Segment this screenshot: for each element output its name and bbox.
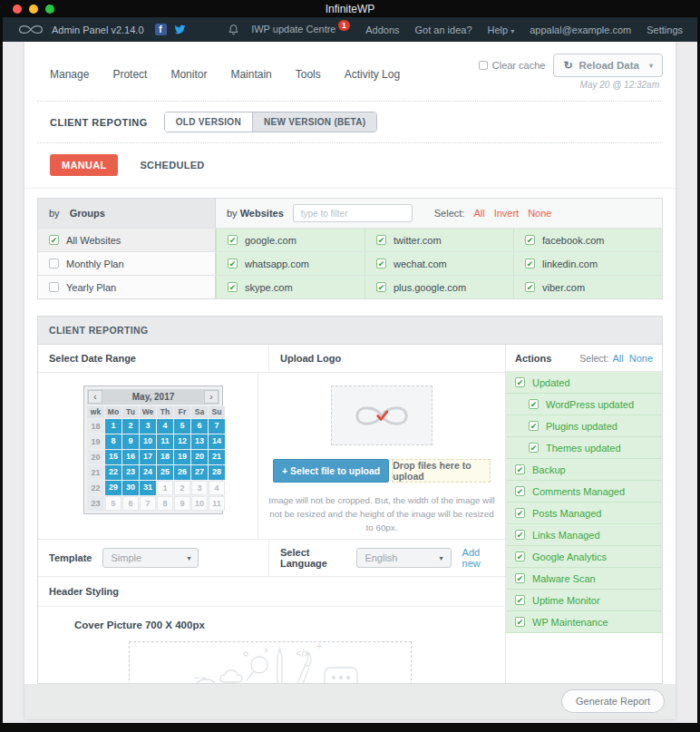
calendar-day[interactable]: 26 xyxy=(174,465,190,480)
site-cell-linkedin-com[interactable]: linkedin.com xyxy=(513,252,662,275)
calendar-day[interactable]: 4 xyxy=(157,419,173,434)
calendar-day[interactable]: 8 xyxy=(105,434,122,449)
action-checkbox[interactable] xyxy=(515,595,525,605)
generate-report-button[interactable]: Generate Report xyxy=(561,689,665,713)
site-cell-skype-com[interactable]: skype.com xyxy=(216,276,365,298)
site-checkbox[interactable] xyxy=(376,282,386,292)
site-cell-facebook-com[interactable]: facebook.com xyxy=(513,229,662,251)
nav-item-got-an-idea[interactable]: Got an idea? xyxy=(415,24,472,35)
minimize-window-button[interactable] xyxy=(29,5,38,14)
calendar-day[interactable]: 3 xyxy=(140,419,156,434)
calendar-day[interactable]: 6 xyxy=(191,419,208,434)
group-cell-monthly-plan[interactable]: Monthly Plan xyxy=(38,252,216,275)
site-checkbox[interactable] xyxy=(525,282,535,292)
action-row-backup[interactable]: Backup xyxy=(506,459,662,481)
site-checkbox[interactable] xyxy=(228,282,238,292)
site-checkbox[interactable] xyxy=(525,259,535,268)
calendar-day[interactable]: 12 xyxy=(174,434,190,449)
topnav-item-tools[interactable]: Tools xyxy=(296,68,321,81)
action-row-wordpress-updated[interactable]: WordPress updated xyxy=(506,394,662,415)
calendar-day[interactable]: 30 xyxy=(122,481,139,495)
action-row-plugins-updated[interactable]: Plugins updated xyxy=(506,415,662,437)
action-checkbox[interactable] xyxy=(515,508,525,518)
actions-select-all-link[interactable]: All xyxy=(612,353,623,364)
calendar-day[interactable]: 9 xyxy=(122,434,139,449)
calendar-next-icon[interactable]: › xyxy=(204,390,219,404)
action-row-malware-scan[interactable]: Malware Scan xyxy=(506,568,662,590)
drop-files-zone[interactable]: Drop files here to upload xyxy=(392,459,491,483)
action-checkbox[interactable] xyxy=(515,573,525,583)
action-checkbox[interactable] xyxy=(515,486,525,496)
calendar-day[interactable]: 1 xyxy=(157,481,173,495)
calendar-day[interactable]: 18 xyxy=(157,450,173,464)
topnav-item-maintain[interactable]: Maintain xyxy=(230,68,271,81)
action-checkbox[interactable] xyxy=(529,443,539,453)
cover-picture-dropzone[interactable]: × </> xyxy=(129,641,412,683)
action-row-posts-managed[interactable]: Posts Managed xyxy=(506,503,662,524)
action-checkbox[interactable] xyxy=(515,617,525,627)
calendar-prev-icon[interactable]: ‹ xyxy=(88,390,102,404)
notifications-bell-icon[interactable] xyxy=(228,24,239,35)
calendar-day[interactable]: 29 xyxy=(105,481,122,495)
nav-item-iwp-update-centre[interactable]: IWP update Centre1 xyxy=(251,24,350,35)
new-version-beta-button[interactable]: NEW VERSION (BETA) xyxy=(253,112,376,132)
old-version-button[interactable]: OLD VERSION xyxy=(165,112,253,132)
site-checkbox[interactable] xyxy=(228,235,238,245)
calendar-day[interactable]: 25 xyxy=(157,465,173,480)
group-cell-yearly-plan[interactable]: Yearly Plan xyxy=(38,276,216,298)
actions-select-none-link[interactable]: None xyxy=(629,353,653,364)
action-checkbox[interactable] xyxy=(515,377,525,387)
calendar-day[interactable]: 11 xyxy=(157,434,173,449)
calendar-day[interactable]: 15 xyxy=(105,450,122,464)
calendar-day[interactable]: 27 xyxy=(191,465,208,480)
site-checkbox[interactable] xyxy=(228,259,238,268)
action-checkbox[interactable] xyxy=(529,399,539,409)
calendar-day[interactable]: 22 xyxy=(105,465,122,480)
topnav-item-activity-log[interactable]: Activity Log xyxy=(345,68,400,81)
calendar-day[interactable]: 8 xyxy=(157,496,173,511)
calendar-day[interactable]: 19 xyxy=(174,450,190,464)
site-cell-twitter-com[interactable]: twitter.com xyxy=(365,229,513,251)
action-row-comments-managed[interactable]: Comments Managed xyxy=(506,481,662,503)
calendar-day[interactable]: 6 xyxy=(122,496,139,511)
calendar-day[interactable]: 23 xyxy=(122,465,139,480)
calendar-day[interactable]: 11 xyxy=(209,496,225,511)
action-checkbox[interactable] xyxy=(529,421,539,431)
site-checkbox[interactable] xyxy=(525,235,535,245)
calendar-day[interactable]: 7 xyxy=(209,419,225,434)
site-cell-wechat-com[interactable]: wechat.com xyxy=(365,252,513,275)
calendar-day[interactable]: 10 xyxy=(140,434,156,449)
checkbox-box[interactable] xyxy=(479,61,488,70)
topnav-item-manage[interactable]: Manage xyxy=(50,68,89,81)
action-row-wp-maintenance[interactable]: WP Maintenance xyxy=(506,611,662,633)
action-checkbox[interactable] xyxy=(515,530,525,540)
site-checkbox[interactable] xyxy=(376,259,386,268)
nav-item-account-email[interactable]: appalal@example.com xyxy=(530,24,631,35)
topnav-item-protect[interactable]: Protect xyxy=(112,68,147,81)
topnav-item-monitor[interactable]: Monitor xyxy=(170,68,207,81)
calendar-day[interactable]: 31 xyxy=(140,481,156,495)
group-checkbox[interactable] xyxy=(49,282,59,292)
calendar-day[interactable]: 3 xyxy=(191,481,208,495)
calendar-day[interactable]: 2 xyxy=(174,481,190,495)
calendar-day[interactable]: 10 xyxy=(191,496,208,511)
select-all-link[interactable]: All xyxy=(473,208,484,219)
twitter-icon[interactable] xyxy=(174,24,186,35)
action-row-updated[interactable]: Updated xyxy=(506,372,662,394)
tab-manual[interactable]: MANUAL xyxy=(50,154,118,176)
select-file-button[interactable]: + Select file to upload xyxy=(273,459,389,483)
group-checkbox[interactable] xyxy=(49,235,59,245)
calendar-day[interactable]: 5 xyxy=(174,419,190,434)
group-checkbox[interactable] xyxy=(49,259,59,268)
action-row-google-analytics[interactable]: Google Analytics xyxy=(506,546,662,568)
calendar-day[interactable]: 1 xyxy=(105,419,122,434)
calendar-day[interactable]: 20 xyxy=(191,450,208,464)
website-filter-input[interactable] xyxy=(293,204,413,222)
calendar-day[interactable]: 2 xyxy=(122,419,139,434)
action-checkbox[interactable] xyxy=(515,464,525,474)
site-cell-viber-com[interactable]: viber.com xyxy=(513,276,662,298)
site-checkbox[interactable] xyxy=(376,235,386,245)
calendar-day[interactable]: 5 xyxy=(105,496,122,511)
site-cell-google-com[interactable]: google.com xyxy=(216,229,365,251)
calendar-day[interactable]: 7 xyxy=(140,496,156,511)
